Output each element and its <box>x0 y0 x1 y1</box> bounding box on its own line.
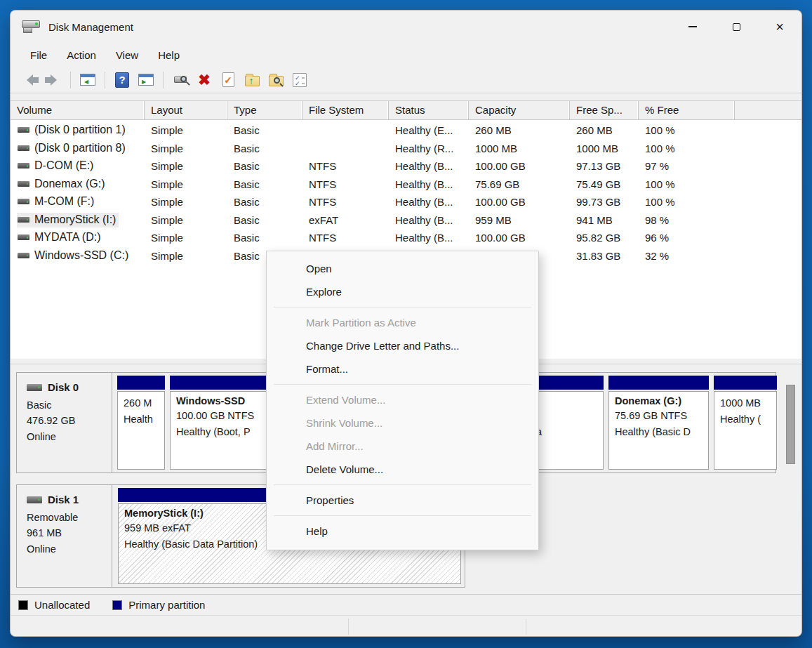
partition-detail: 260 M <box>124 395 164 411</box>
partition-detail: Healthy (Basic D <box>615 424 708 440</box>
show-console-tree-icon[interactable]: ◀ <box>77 70 98 90</box>
context-menu-item-properties[interactable]: Properties <box>267 489 538 512</box>
scrollbar-thumb[interactable] <box>786 385 795 464</box>
menu-action[interactable]: Action <box>60 46 103 64</box>
legend-swatch <box>18 600 28 610</box>
cell-layout: Simple <box>145 250 227 262</box>
volume-row[interactable]: (Disk 0 partition 8)SimpleBasicHealthy (… <box>11 140 802 158</box>
column-header-filler <box>735 101 802 119</box>
forward-icon[interactable] <box>43 70 64 90</box>
disk-info-panel[interactable]: Disk 1Removable961 MBOnline <box>17 485 112 587</box>
cell-pct_free: 100 % <box>639 196 735 208</box>
folder-search-icon[interactable] <box>265 70 286 90</box>
context-menu-separator <box>274 307 531 308</box>
context-menu: OpenExploreMark Partition as ActiveChang… <box>266 251 539 550</box>
cell-pct_free: 96 % <box>639 232 735 244</box>
cell-status: Healthy (B... <box>389 214 469 226</box>
cell-capacity: 1000 MB <box>469 143 570 154</box>
status-separator <box>526 619 526 635</box>
column-header-file-system[interactable]: File System <box>302 101 389 119</box>
cell-type: Basic <box>227 178 302 190</box>
window-title: Disk Management <box>48 21 133 33</box>
volume-row[interactable]: Donemax (G:)SimpleBasicNTFSHealthy (B...… <box>11 176 802 194</box>
show-action-pane-icon[interactable]: ▶ <box>135 70 157 90</box>
volume-row[interactable]: M-COM (F:)SimpleBasicNTFSHealthy (B...10… <box>11 193 802 211</box>
partition-box[interactable]: 260 MHealth <box>117 391 165 470</box>
column-header--free[interactable]: % Free <box>639 101 735 119</box>
toolbar: ◀?▶✖✓↑✓✓ <box>11 67 801 93</box>
back-icon[interactable] <box>19 70 40 90</box>
context-menu-item-explore[interactable]: Explore <box>267 280 538 303</box>
cell-type: Basic <box>227 143 302 154</box>
vertical-scrollbar[interactable] <box>785 369 797 590</box>
cell-type: Basic <box>227 196 302 208</box>
context-menu-item-change-drive-letter-and-paths[interactable]: Change Drive Letter and Paths... <box>267 334 538 357</box>
volume-row[interactable]: (Disk 0 partition 1)SimpleBasicHealthy (… <box>11 121 802 140</box>
delete-volume-icon[interactable]: ✖ <box>194 70 215 90</box>
toolbar-separator <box>105 72 105 88</box>
task-list-icon[interactable]: ✓✓ <box>289 70 310 90</box>
menu-file[interactable]: File <box>23 46 54 64</box>
cell-layout: Simple <box>145 178 227 190</box>
status-bar <box>11 615 802 637</box>
volume-name: Windows-SSD (C:) <box>34 249 128 262</box>
partition-box[interactable]: Donemax (G:)75.69 GB NTFSHealthy (Basic … <box>608 391 709 470</box>
volume-row[interactable]: MemoryStick (I:)SimpleBasicexFATHealthy … <box>11 211 802 230</box>
legend-item: Unallocated <box>18 599 90 611</box>
context-menu-item-open[interactable]: Open <box>267 257 538 280</box>
volume-icon <box>18 217 29 223</box>
cell-pct_free: 100 % <box>639 143 735 154</box>
disk-name: Disk 1 <box>48 494 79 505</box>
menu-view[interactable]: View <box>109 46 145 64</box>
disk-icon <box>27 384 42 391</box>
folder-up-icon[interactable]: ↑ <box>241 70 262 90</box>
cell-pct_free: 100 % <box>639 178 735 190</box>
context-menu-separator <box>274 384 531 385</box>
cell-capacity: 260 MB <box>469 124 570 136</box>
help-icon[interactable]: ? <box>112 70 133 90</box>
disk-icon <box>27 496 42 503</box>
context-menu-item-format[interactable]: Format... <box>267 357 538 381</box>
partition-detail: 1000 MB <box>720 395 776 411</box>
context-menu-item-delete-volume[interactable]: Delete Volume... <box>267 458 538 481</box>
partition[interactable]: 260 MHealth <box>117 373 165 472</box>
cell-file_system: NTFS <box>302 178 389 190</box>
disk-info-line: Removable <box>27 510 112 525</box>
partition-box[interactable]: 1000 MBHealthy ( <box>714 391 777 470</box>
minimize-icon <box>688 26 697 27</box>
column-header-free-sp-[interactable]: Free Sp... <box>570 101 639 119</box>
cell-status: Healthy (B... <box>389 196 469 208</box>
volume-icon <box>18 145 29 151</box>
context-menu-item-add-mirror: Add Mirror... <box>267 435 538 458</box>
partition-detail: Healthy ( <box>720 411 776 428</box>
legend-label: Unallocated <box>34 599 90 611</box>
partition[interactable]: Donemax (G:)75.69 GB NTFSHealthy (Basic … <box>608 373 709 472</box>
title-bar: Disk Management × <box>11 11 801 43</box>
close-button[interactable]: × <box>758 11 801 43</box>
primary-partition-strip <box>714 376 777 390</box>
toolbar-separator <box>163 72 164 88</box>
column-header-layout[interactable]: Layout <box>145 101 227 119</box>
column-header-volume[interactable]: Volume <box>11 101 145 119</box>
volume-icon <box>18 234 29 240</box>
maximize-button[interactable] <box>714 11 758 43</box>
cell-status: Healthy (E... <box>389 124 469 136</box>
cell-file_system: NTFS <box>302 232 389 244</box>
column-header-capacity[interactable]: Capacity <box>469 101 570 119</box>
disk-info-panel[interactable]: Disk 0Basic476.92 GBOnline <box>17 373 112 472</box>
status-separator <box>348 619 349 635</box>
menu-help[interactable]: Help <box>151 46 187 64</box>
disk-name: Disk 0 <box>48 381 79 393</box>
partition[interactable]: 1000 MBHealthy ( <box>714 373 777 472</box>
volume-row[interactable]: MYDATA (D:)SimpleBasicNTFSHealthy (B...1… <box>11 229 802 247</box>
check-document-icon[interactable]: ✓ <box>218 70 239 90</box>
minimize-button[interactable] <box>671 11 714 43</box>
cell-layout: Simple <box>145 160 227 172</box>
column-header-type[interactable]: Type <box>227 101 302 119</box>
context-menu-item-help[interactable]: Help <box>267 520 538 543</box>
cell-pct_free: 100 % <box>639 124 735 136</box>
volume-row[interactable]: D-COM (E:)SimpleBasicNTFSHealthy (B...10… <box>11 157 802 176</box>
column-header-status[interactable]: Status <box>389 101 469 119</box>
disk-info-line: Online <box>27 429 112 444</box>
rescan-disks-icon[interactable] <box>170 70 191 90</box>
